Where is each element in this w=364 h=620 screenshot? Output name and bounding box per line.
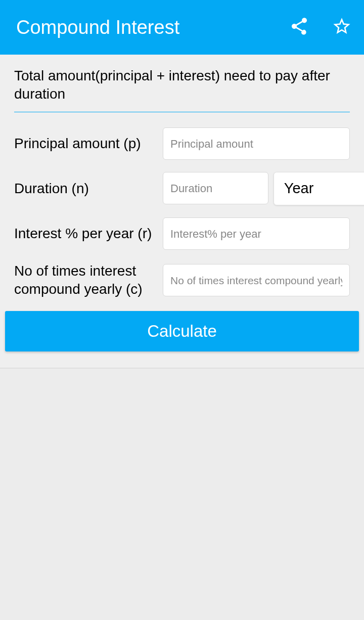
calculate-button[interactable]: Calculate bbox=[5, 311, 359, 351]
principal-row: Principal amount (p) bbox=[14, 127, 350, 160]
duration-unit-select[interactable]: Year bbox=[274, 172, 364, 205]
calculate-button-label: Calculate bbox=[147, 322, 217, 341]
interest-row: Interest % per year (r) bbox=[14, 217, 350, 250]
spacer bbox=[14, 351, 350, 368]
form-content: Total amount(principal + interest) need … bbox=[0, 55, 364, 369]
page-title: Compound Interest bbox=[16, 17, 289, 38]
app-header: Compound Interest bbox=[0, 0, 364, 55]
duration-label: Duration (n) bbox=[14, 180, 156, 198]
duration-input[interactable] bbox=[163, 172, 268, 204]
duration-row: Duration (n) Year bbox=[14, 172, 350, 205]
share-icon[interactable] bbox=[289, 16, 309, 38]
compound-row: No of times interest compound yearly (c) bbox=[14, 262, 350, 299]
compound-input[interactable] bbox=[163, 264, 350, 296]
form-description: Total amount(principal + interest) need … bbox=[14, 67, 350, 104]
star-icon[interactable] bbox=[332, 16, 352, 38]
principal-label: Principal amount (p) bbox=[14, 135, 156, 153]
duration-inputs: Year bbox=[163, 172, 364, 205]
duration-unit-value: Year bbox=[284, 180, 314, 197]
header-actions bbox=[289, 16, 352, 38]
interest-input[interactable] bbox=[163, 217, 350, 250]
principal-input[interactable] bbox=[163, 127, 350, 160]
interest-label: Interest % per year (r) bbox=[14, 225, 156, 243]
compound-label: No of times interest compound yearly (c) bbox=[14, 262, 156, 299]
divider bbox=[14, 112, 350, 112]
